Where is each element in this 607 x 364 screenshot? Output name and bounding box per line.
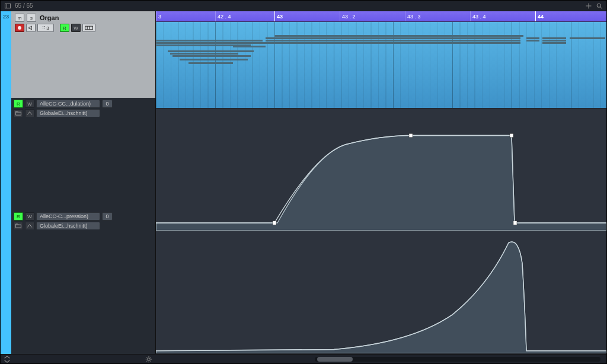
auto1-bypass-icon[interactable] [25, 109, 34, 117]
automation-lane-2[interactable] [156, 231, 606, 354]
mute-button[interactable]: m [15, 14, 24, 22]
auto1-parameter-selector[interactable]: AlleCC-CC...dulation) [36, 100, 100, 108]
svg-line-5 [600, 7, 602, 8]
monitor-button[interactable] [26, 24, 36, 32]
midi-note[interactable] [274, 35, 523, 37]
auto2-read-button[interactable]: R [14, 212, 23, 221]
svg-point-6 [18, 26, 21, 30]
solo-button[interactable]: s [27, 14, 36, 22]
panel-toggle-icon[interactable] [4, 2, 11, 9]
automation-handle[interactable] [510, 133, 513, 138]
svg-point-12 [148, 357, 151, 360]
auto1-value-field[interactable]: 0 [102, 100, 113, 108]
track-header[interactable]: 23 m s Organ [1, 11, 155, 98]
automation-lane-1-header: R W AlleCC-CC...dulation) 0 GlobaleEi...… [1, 98, 155, 117]
midi-note[interactable] [266, 37, 520, 39]
automation-handle[interactable] [273, 221, 276, 225]
track-name[interactable]: Organ [40, 14, 59, 21]
auto2-bypass-icon[interactable] [25, 222, 34, 230]
midi-note[interactable] [170, 53, 238, 55]
expand-panel-icon[interactable] [3, 355, 11, 363]
midi-note[interactable] [156, 40, 263, 41]
auto2-folder-icon[interactable] [14, 222, 23, 230]
track-list-toolbar: 65 / 65 [1, 1, 606, 11]
svg-rect-11 [16, 225, 21, 228]
search-icon[interactable] [596, 2, 603, 9]
timeline-ruler[interactable]: 342 . 44343 . 243 . 343 . 444 [156, 11, 606, 22]
ruler-tick: 43 . 4 [470, 11, 486, 21]
midi-note[interactable] [212, 59, 248, 60]
auto2-parameter-selector[interactable]: AlleCC-C...pression) [36, 212, 100, 221]
track-list-panel: 23 m s Organ [1, 11, 156, 354]
midi-note[interactable] [542, 40, 566, 41]
automation-read-button[interactable]: R [60, 24, 69, 32]
scrollbar-thumb[interactable] [317, 357, 353, 362]
ruler-tick: 3 [156, 11, 161, 21]
bottom-bar [1, 354, 606, 363]
svg-rect-7 [85, 26, 93, 30]
auto1-row2-selector[interactable]: GlobaleEi...hschnitt) [36, 109, 100, 117]
ruler-tick: 42 . 4 [215, 11, 231, 21]
automation-handle[interactable] [513, 221, 517, 225]
svg-rect-10 [16, 112, 21, 115]
automation-lane-2-header: R W AlleCC-C...pression) 0 GlobaleEi...h… [1, 210, 155, 229]
svg-rect-0 [5, 4, 11, 8]
midi-note[interactable] [542, 42, 566, 44]
auto1-folder-icon[interactable] [14, 109, 23, 117]
midi-note[interactable] [542, 37, 566, 39]
lane-freeze-button[interactable] [82, 24, 95, 32]
midi-note[interactable] [526, 40, 539, 41]
track-number: 23 [1, 11, 11, 98]
auto1-write-button[interactable]: W [25, 100, 34, 108]
midi-note[interactable] [266, 40, 520, 41]
automation-write-button[interactable]: W [71, 24, 81, 32]
midi-note[interactable] [233, 46, 266, 47]
auto2-value-field[interactable]: 0 [102, 212, 113, 221]
svg-point-4 [597, 4, 600, 7]
midi-channel-field[interactable]: ⠿3 [37, 24, 54, 32]
add-track-icon[interactable] [585, 2, 592, 9]
automation-lane-1[interactable] [156, 108, 606, 231]
midi-note[interactable] [189, 62, 233, 64]
midi-note[interactable] [266, 42, 520, 44]
ruler-tick: 44 [535, 11, 544, 21]
midi-note[interactable] [570, 37, 605, 39]
midi-note[interactable] [526, 37, 539, 39]
auto2-row2-selector[interactable]: GlobaleEi...hschnitt) [36, 222, 100, 230]
auto2-write-button[interactable]: W [25, 212, 34, 221]
midi-note[interactable] [224, 50, 254, 52]
midi-clip-lane[interactable] [156, 22, 606, 108]
auto1-read-button[interactable]: R [14, 100, 23, 108]
gear-icon[interactable] [145, 356, 152, 363]
horizontal-scrollbar[interactable] [315, 357, 600, 362]
ruler-tick: 43 . 3 [405, 11, 421, 21]
record-arm-button[interactable] [15, 24, 24, 32]
ruler-tick: 43 [274, 11, 283, 21]
ruler-tick: 43 . 2 [340, 11, 356, 21]
track-count-label: 65 / 65 [15, 2, 33, 9]
automation-handle[interactable] [409, 133, 413, 138]
midi-note[interactable] [218, 55, 251, 57]
